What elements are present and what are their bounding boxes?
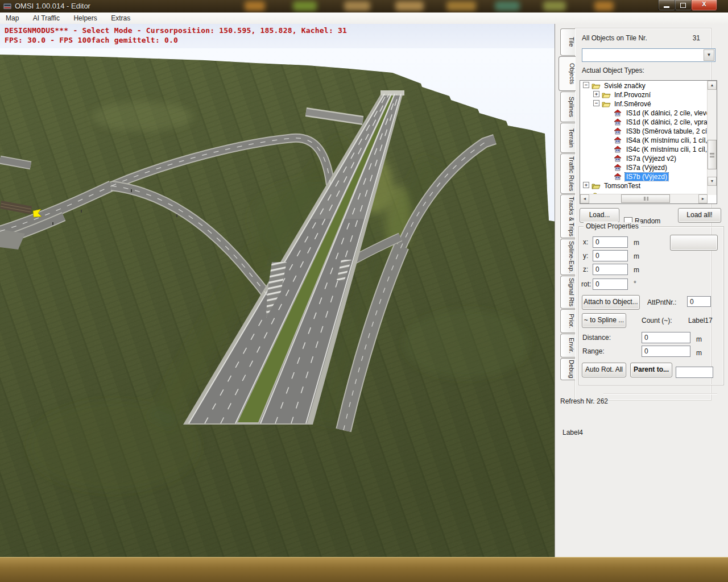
scroll-up-icon[interactable]: ▲ [708,81,717,90]
tree-item[interactable]: −Svislé značky [581,81,708,90]
tree-vertical-scrollbar[interactable]: ▲ ▼ [707,81,717,195]
actual-object-types-label: Actual Object Types: [582,66,644,74]
tree-item[interactable]: IS3b (Směrová tabule, 2 cíle, př [581,127,708,136]
object-types-tree[interactable]: −Svislé značky +Inf.Provozní −Inf.Směrov… [580,80,717,204]
collapse-icon[interactable]: − [593,100,599,106]
group-title: Object Properties [584,222,641,230]
object-house-icon [614,118,623,126]
tab-envir[interactable]: Envir. [560,334,575,357]
terrain [0,48,556,557]
rot-field[interactable]: 0 [593,278,628,290]
tree-item[interactable]: IS7a (Výjezd) [581,163,708,172]
tab-splines[interactable]: Splines [560,92,575,122]
desktop-blur-blob [446,1,476,11]
scroll-down-icon[interactable]: ▼ [708,177,717,186]
divider [603,393,717,394]
chevron-down-icon[interactable]: ▼ [704,49,714,61]
z-field[interactable]: 0 [593,264,628,275]
menu-ai-traffic[interactable]: AI Traffic [27,13,65,23]
tree-item[interactable]: IS7a (Výjezd v2) [581,154,708,163]
collapse-icon[interactable]: − [583,82,589,88]
menu-bar: Map AI Traffic Helpers Extras [0,13,728,24]
tree-item[interactable]: +Inf.Provozní [581,90,708,99]
load-button[interactable]: Load... [580,208,619,223]
rot-label: rot: [581,280,591,288]
minimize-button[interactable] [658,0,676,11]
object-house-icon [614,109,623,117]
expand-icon[interactable]: + [593,91,599,97]
count-label: Count (~): [642,317,672,325]
menu-extras[interactable]: Extras [105,13,136,23]
tab-tile[interactable]: Tile [560,28,575,56]
z-label: z: [583,265,588,273]
scroll-left-icon[interactable]: ◄ [580,194,589,203]
expand-icon[interactable]: + [583,182,589,188]
range-field[interactable]: 0 [642,346,690,357]
tree-item[interactable]: IS4a (K místnímu cíli, 1 cíl, přím [581,136,708,145]
tab-debug[interactable]: Debug [560,358,575,380]
distance-label: Distance: [582,334,611,342]
y-field[interactable]: 0 [593,250,628,261]
tree-item[interactable]: IS1d (K dálnici, 2 cíle, vlevo) [581,109,708,118]
tab-traffic-rules[interactable]: Traffic Rules [560,153,575,194]
desktop-blur-blob [245,1,265,11]
y-label: y: [583,252,588,260]
tree-item[interactable]: IS4c (K místnímu cíli, 1 cíl, vlev [581,145,708,154]
to-spline-button[interactable]: ~ to Spline ... [582,313,626,328]
tree-item-selected[interactable]: IS7b (Výjezd) [581,172,708,181]
x-unit: m [634,239,639,247]
tree-horizontal-scrollbar[interactable]: ◄ ► [580,194,708,203]
3d-viewport[interactable] [0,48,556,557]
tree-item[interactable]: −Inf.Směrové [581,99,708,109]
z-unit: m [634,266,639,274]
window-title: OMSI 1.00.014 - Editor [15,2,90,10]
desktop-blur-blob [543,1,566,11]
tab-signal-rts[interactable]: Signal Rts [560,276,575,309]
parent-field[interactable] [676,367,713,378]
tree-item[interactable]: +TomsonTest [581,181,708,190]
scrollbar-thumb[interactable] [708,140,717,169]
tree-item[interactable]: IS1d (K dálnici, 2 cíle, vpravo) [581,118,708,127]
count-value: Label17 [688,317,713,325]
tab-prior[interactable]: Prior. [560,309,575,333]
attpntnr-field[interactable]: 0 [687,296,711,307]
auto-rot-all-button[interactable]: Auto Rot. All [582,363,626,377]
object-select-combo[interactable]: ▼ [582,48,715,62]
close-button[interactable]: X [691,0,717,11]
y-unit: m [634,252,639,260]
maximize-button[interactable] [675,0,692,11]
attpntnr-label: AttPntNr.: [647,298,676,306]
object-house-icon [614,146,623,153]
maximize-icon [680,3,686,8]
scroll-right-icon[interactable]: ► [698,194,708,203]
x-field[interactable]: 0 [593,236,628,248]
close-icon: X [692,1,717,7]
menu-map[interactable]: Map [0,13,24,23]
desktop-blur-blob [293,1,317,11]
taskbar: e S CS ▲ ✓ ⚐ 9:35 12.5.2013 [0,557,728,582]
distance-field[interactable]: 0 [642,332,690,343]
range-unit: m [696,349,702,357]
tab-terrain[interactable]: Terrain [560,123,575,153]
blank-button[interactable] [670,235,718,251]
editor-side-panel: Tile Objects Splines Terrain Traffic Rul… [555,24,728,557]
parent-to-button[interactable]: Parent to... [630,363,672,377]
tab-tracks-trips[interactable]: Tracks & Trips [560,194,575,238]
tile-number: 31 [677,34,700,42]
minimize-icon [664,6,669,8]
status-line-1: DESIGNMODUS*** - Select Mode - Cursorpos… [5,26,347,35]
tab-objects[interactable]: Objects [559,56,576,91]
load-all-button[interactable]: Load all! [678,208,721,223]
desktop-blur-blob [344,1,370,11]
object-house-icon [614,155,623,163]
refresh-counter: Refresh Nr. 262 [560,397,608,405]
object-properties-group: Object Properties x: 0 m y: 0 m z: 0 m r… [578,226,724,385]
attach-to-object-button[interactable]: Attach to Object... [582,295,640,310]
object-house-icon [614,164,623,172]
window-title-bar[interactable]: OMSI 1.00.014 - Editor X [0,0,728,13]
scrollbar-thumb[interactable] [621,194,670,203]
menu-helpers[interactable]: Helpers [68,13,102,23]
x-label: x: [583,238,588,246]
tab-spline-exp[interactable]: Spline-Exp. [560,239,575,275]
object-house-icon [614,173,623,181]
